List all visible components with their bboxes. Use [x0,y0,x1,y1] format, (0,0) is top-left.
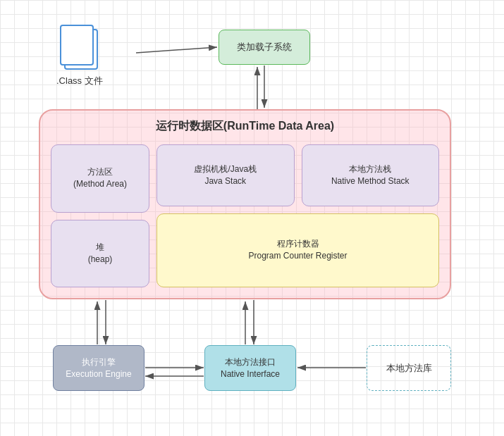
native-interface-label: 本地方法接口Native Interface [221,356,280,380]
left-col: 方法区(Method Area) 堆(heap) [51,144,149,287]
class-file-icon [60,25,99,70]
right-col: 虚拟机栈/Java栈Java Stack 本地方法栈Native Method … [156,144,439,287]
svg-line-3 [136,47,217,53]
method-area-box: 方法区(Method Area) [51,144,149,213]
method-area-label: 方法区(Method Area) [73,166,127,190]
native-lib-box: 本地方法库 [367,345,451,391]
heap-box: 堆(heap) [51,220,149,288]
nativestack-label: 本地方法栈Native Method Stack [331,163,410,187]
runtime-title: 运行时数据区(RunTime Data Area) [40,111,450,134]
javastack-box: 虚拟机栈/Java栈Java Stack [156,144,295,206]
class-file-label: .Class 文件 [56,75,103,87]
diagram: .Class 文件 类加载子系统 运行时数据区(RunTime Data Are… [0,0,504,436]
native-interface-box: 本地方法接口Native Interface [204,345,296,391]
heap-label: 堆(heap) [88,242,113,266]
native-lib-label: 本地方法库 [386,362,432,375]
javastack-label: 虚拟机栈/Java栈Java Stack [194,163,257,187]
runtime-inner: 方法区(Method Area) 堆(heap) 虚拟机栈/Java栈Java … [51,144,439,287]
exec-engine-label: 执行引擎Execution Engine [66,356,131,380]
classloader-label: 类加载子系统 [237,41,292,54]
classloader-box: 类加载子系统 [219,30,310,65]
counter-box: 程序计数器Program Counter Register [156,213,439,288]
exec-engine-box: 执行引擎Execution Engine [53,345,145,391]
class-file: .Class 文件 [56,25,103,87]
nativestack-box: 本地方法栈Native Method Stack [302,144,440,206]
right-top: 虚拟机栈/Java栈Java Stack 本地方法栈Native Method … [156,144,439,206]
runtime-box: 运行时数据区(RunTime Data Area) 方法区(Method Are… [39,109,451,299]
counter-label: 程序计数器Program Counter Register [248,238,347,262]
file-page-front [60,25,94,66]
